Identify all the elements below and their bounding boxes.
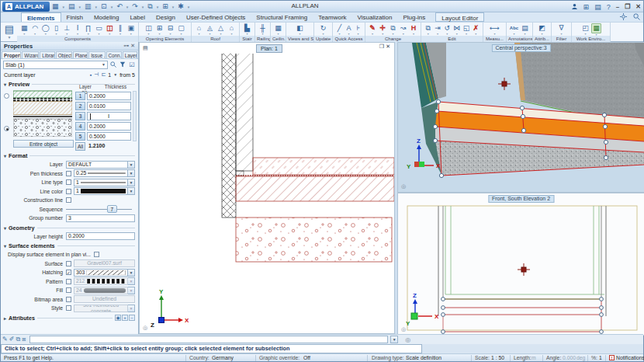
ceiling-icon[interactable]: ▦▾	[273, 24, 283, 35]
delete-red-icon[interactable]: ✗▾	[472, 24, 480, 35]
radio-entire-object[interactable]	[4, 126, 9, 131]
sequence-slider-thumb[interactable]: 7	[107, 205, 117, 213]
notifications-label[interactable]: Notifications	[616, 355, 644, 360]
country-value[interactable]: Germany	[212, 355, 234, 360]
shop-icon[interactable]: ▤	[594, 3, 601, 11]
pen-checkbox[interactable]	[66, 171, 71, 176]
layer-number-button[interactable]: 1	[75, 92, 85, 100]
track-point-icon[interactable]: ◎	[405, 336, 410, 343]
pin-red-icon[interactable]: ✛▾	[378, 24, 387, 35]
panel-tab-planes[interactable]: Planes	[73, 51, 88, 58]
layer-height-input[interactable]: 0.2000	[66, 232, 135, 240]
layer-nav-next-icon[interactable]: ⊏	[101, 71, 106, 78]
layer-thickness-input[interactable]: I	[87, 112, 131, 120]
minimize-button[interactable]: –	[616, 3, 619, 10]
resize-icon[interactable]: ◱▾	[462, 24, 470, 35]
column-base-icon[interactable]: ⊥▾	[62, 24, 72, 35]
hatching-value[interactable]: 303	[74, 269, 128, 277]
chevron-down-icon[interactable]: ▼	[128, 269, 135, 277]
attributes-summary-icon[interactable]: ◉	[115, 315, 121, 321]
layer-thickness-input[interactable]: 0.2000	[87, 122, 131, 131]
menu-tab-elements[interactable]: Elements	[21, 12, 61, 22]
panel-tab-wizards[interactable]: Wizards	[22, 51, 39, 58]
pattern-checkbox[interactable]	[66, 279, 71, 284]
pattern-value[interactable]: 212	[74, 277, 128, 285]
wall-icon[interactable]: ▦▾	[19, 24, 29, 35]
edit-pen-red-icon[interactable]: ✎▾	[368, 24, 377, 35]
pin-icon[interactable]: ⊶	[123, 43, 129, 48]
tools-icon[interactable]: ✱	[178, 2, 184, 12]
chimney-icon[interactable]: ▣▾	[126, 24, 136, 35]
layer-thickness-input[interactable]: 0.2000	[87, 92, 131, 100]
viewport-menu-icon[interactable]: ▤	[143, 45, 148, 51]
chevron-down-icon[interactable]: ▼	[390, 336, 398, 343]
chevron-down-icon[interactable]: ▼	[128, 179, 135, 186]
copy-edit-icon[interactable]: ⧉▾	[388, 24, 397, 35]
surface-checkbox[interactable]	[66, 261, 71, 266]
menu-tab-design[interactable]: Design	[151, 12, 181, 22]
layer-nav-prev-icon[interactable]: ⊣	[94, 71, 99, 78]
layer-number-button[interactable]: 5	[75, 132, 85, 141]
menu-tab-plug-ins[interactable]: Plug-ins	[397, 12, 431, 22]
paste-icon[interactable]: ⊞	[162, 2, 168, 12]
linecolor-checkbox[interactable]	[66, 189, 71, 194]
close-button[interactable]: ✕	[635, 3, 641, 10]
dimension-icon[interactable]: ⊦▾	[354, 24, 362, 35]
panel-tab-propert-[interactable]: Propert...	[2, 51, 21, 58]
downstand-icon[interactable]: ∏▾	[83, 24, 93, 35]
panel-tab-issue-[interactable]: Issue ...	[88, 51, 105, 58]
connect-icon[interactable]: ⊞	[583, 3, 590, 11]
fill-checkbox[interactable]	[66, 287, 71, 293]
search-icon[interactable]	[109, 61, 117, 69]
style-value[interactable]: 301 Reinforced concrete	[74, 305, 128, 312]
viewport-elevation[interactable]: Z X Y Front, South Elevation 2 ◎	[397, 193, 644, 336]
plan-view-tab[interactable]: Plan: 1	[256, 44, 282, 53]
project-menu-icon[interactable]: ▦	[52, 2, 59, 12]
layer-thickness-input[interactable]: 0.0100	[87, 102, 131, 110]
new-file-icon[interactable]: ▤	[68, 2, 75, 12]
basin-icon[interactable]: ◯▾	[40, 24, 50, 35]
menu-tab-finish[interactable]: Finish	[61, 12, 88, 22]
viewport-perspective[interactable]: Z X Y Central perspective:3 ◎	[397, 42, 644, 193]
roof-covering-icon[interactable]: ◬▾	[205, 24, 215, 35]
section-surface-header[interactable]: ▾ Surface elements	[1, 241, 138, 250]
dialog-line-input[interactable]	[29, 336, 388, 343]
notifications-icon[interactable]: !	[609, 355, 615, 360]
entire-object-button[interactable]: Entire object	[13, 140, 74, 148]
surface-value[interactable]: Gravel007.surf	[74, 259, 135, 267]
panel-tab-library[interactable]: Library	[40, 51, 54, 58]
window-corner-icon[interactable]: ⊟▾	[165, 24, 175, 35]
bitmap-area-checkbox[interactable]	[66, 297, 71, 302]
chevron-down-icon[interactable]: ▼	[128, 287, 135, 294]
percent-value[interactable]: 1	[599, 355, 602, 360]
spacing-icon[interactable]: ⇥▾	[433, 24, 441, 35]
take-over-icon[interactable]: ⧉	[16, 336, 20, 343]
chevron-down-icon[interactable]: ▼	[128, 169, 135, 177]
scale-value[interactable]: 1 : 50	[491, 355, 504, 360]
menu-tab-label[interactable]: Label	[124, 12, 151, 22]
text-icon[interactable]: A▾	[345, 24, 353, 35]
recess-icon[interactable]: ▢▾	[176, 24, 186, 35]
layer-number-button[interactable]: All	[75, 142, 85, 151]
copy-icon[interactable]: ⧉	[147, 2, 152, 12]
allplan-logo[interactable]: A ALLPLAN	[2, 2, 50, 12]
stair-icon[interactable]: ▙▾	[242, 24, 252, 35]
copy-icon[interactable]: ⧉▾	[424, 24, 432, 35]
bitmap-area-value[interactable]: Undefined	[74, 295, 135, 303]
panel-tab-objects[interactable]: Objects	[56, 51, 72, 58]
menu-tab-modeling[interactable]: Modeling	[88, 12, 124, 22]
chevron-down-icon[interactable]: ▼	[128, 277, 135, 285]
hatch-h-red-icon[interactable]: H▾	[409, 24, 418, 35]
linetype-select[interactable]: 1	[74, 179, 128, 186]
group-number-input[interactable]: 3	[66, 214, 135, 222]
layer-thickness-input[interactable]: 0.5000	[87, 132, 131, 141]
search-icon[interactable]	[633, 13, 640, 20]
components-launcher[interactable]: ▤ ▼	[2, 23, 16, 41]
attributes-tag-icon[interactable]: ◩▾	[537, 24, 547, 35]
current-layer-value[interactable]: 1	[108, 72, 111, 78]
panel-tab-layers[interactable]: Layers	[123, 51, 137, 58]
apply-checkbox-icon[interactable]: ☑	[128, 61, 136, 68]
undo-icon[interactable]: ↶	[116, 2, 123, 12]
menu-tab-teamwork[interactable]: Teamwork	[313, 12, 351, 22]
window-icon[interactable]: ⊞▾	[154, 24, 164, 35]
